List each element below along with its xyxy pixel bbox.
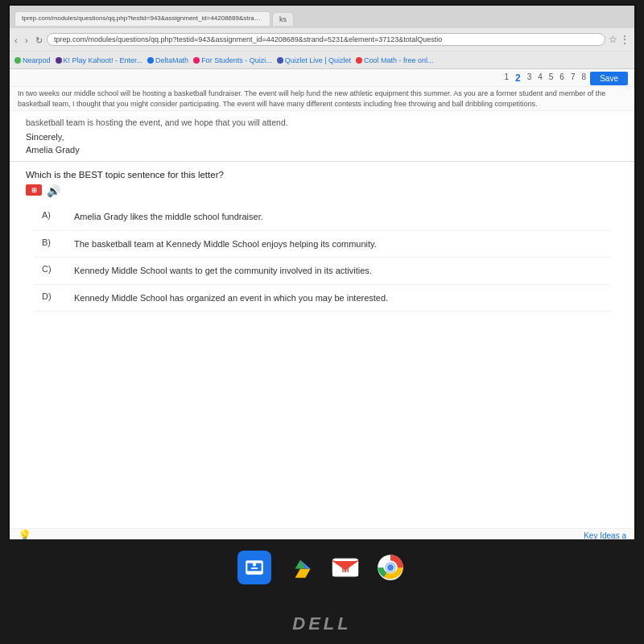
answer-choice-a[interactable]: A) Amelia Grady likes the middle school … <box>34 204 610 231</box>
save-button[interactable]: Save <box>590 72 628 85</box>
question-text: Which is the BEST topic sentence for thi… <box>26 170 618 180</box>
page-1[interactable]: 1 <box>504 72 509 84</box>
svg-text:M: M <box>341 564 349 574</box>
svg-marker-5 <box>295 569 311 578</box>
star-icon[interactable]: ☆ <box>609 34 617 45</box>
banner-text: In two weeks our middle school will be h… <box>10 87 634 111</box>
pagination-strip: 1 2 3 4 5 6 7 8 Save <box>10 69 634 87</box>
menu-icon[interactable]: ⋮ <box>620 34 630 45</box>
page-2[interactable]: 2 <box>515 72 521 84</box>
page-3[interactable]: 3 <box>527 72 532 84</box>
page-5[interactable]: 5 <box>549 72 554 84</box>
svg-rect-3 <box>251 568 258 569</box>
sincerely-text: Sincerely, <box>26 132 618 142</box>
page-4[interactable]: 4 <box>538 72 543 84</box>
quizi-favicon <box>193 57 200 64</box>
bookmark-deltamath[interactable]: DeltaMath <box>147 56 188 64</box>
taskbar: M <box>0 539 644 596</box>
speaker-icon[interactable]: 🔊 <box>47 184 60 197</box>
nearpod-favicon <box>14 57 21 64</box>
answer-choice-b[interactable]: B) The basketball team at Kennedy Middle… <box>34 231 610 258</box>
taskbar-chrome-icon[interactable] <box>374 551 407 584</box>
bookmark-kahoot[interactable]: K! Play Kahoot! - Enter... <box>56 56 143 64</box>
taskbar-classroom-icon[interactable] <box>237 551 271 584</box>
taskbar-gmail-icon[interactable]: M <box>329 551 361 584</box>
svg-point-2 <box>253 563 256 566</box>
read-aloud-icon-box[interactable]: ⊞ <box>26 184 42 196</box>
quizlet-favicon <box>277 57 283 64</box>
page-numbers: 1 2 3 4 5 6 7 8 <box>504 72 586 84</box>
page-8[interactable]: 8 <box>581 72 586 84</box>
address-bar-row: ‹ › ↻ tprep.com/modules/questions/qq.php… <box>10 28 634 51</box>
coolmath-favicon <box>356 57 362 64</box>
refresh-button[interactable]: ↻ <box>35 35 43 43</box>
page-7[interactable]: 7 <box>571 72 576 84</box>
kahoot-favicon <box>56 57 62 64</box>
bookmarks-bar: Nearpod K! Play Kahoot! - Enter... Delta… <box>10 51 634 68</box>
answer-choices: A) Amelia Grady likes the middle school … <box>26 204 618 312</box>
svg-point-15 <box>387 564 394 571</box>
page-content: 1 2 3 4 5 6 7 8 Save In two weeks our mi… <box>10 69 634 551</box>
deltamath-favicon <box>147 57 154 64</box>
page-6[interactable]: 6 <box>559 72 564 84</box>
tab-active[interactable]: tprep.com/modules/questions/qq.php?testi… <box>14 11 270 26</box>
answer-choice-c[interactable]: C) Kennedy Middle School wants to get th… <box>34 258 610 285</box>
tab-bar: tprep.com/modules/questions/qq.php?testi… <box>10 6 634 28</box>
dell-logo: DELL <box>292 613 351 634</box>
bookmark-coolmath[interactable]: Cool Math - free onl... <box>356 56 434 64</box>
monitor-frame: tprep.com/modules/questions/qq.php?testi… <box>0 0 644 644</box>
bookmark-quizlet[interactable]: Quizlet Live | Quizlet <box>277 56 351 64</box>
bookmark-nearpod[interactable]: Nearpod <box>14 56 51 64</box>
screen: tprep.com/modules/questions/qq.php?testi… <box>8 4 636 551</box>
author-name: Amelia Grady <box>26 145 618 155</box>
address-bar[interactable]: tprep.com/modules/questions/qq.php?testi… <box>47 33 605 46</box>
browser-chrome: tprep.com/modules/questions/qq.php?testi… <box>10 6 634 69</box>
tab-ks[interactable]: ks <box>272 12 294 26</box>
bookmark-quizi[interactable]: For Students - Quizi... <box>193 56 272 64</box>
dell-brand: DELL <box>0 604 644 644</box>
letter-scrolled-text: basketball team is hosting the event, an… <box>26 118 618 127</box>
question-icons: ⊞ 🔊 <box>26 184 618 197</box>
taskbar-drive-icon[interactable] <box>284 551 316 584</box>
forward-button[interactable]: › <box>25 35 33 43</box>
letter-area: basketball team is hosting the event, an… <box>10 111 634 162</box>
answer-choice-d[interactable]: D) Kennedy Middle School has organized a… <box>34 285 610 312</box>
question-area: Which is the BEST topic sentence for thi… <box>10 162 634 316</box>
back-button[interactable]: ‹ <box>14 35 23 43</box>
